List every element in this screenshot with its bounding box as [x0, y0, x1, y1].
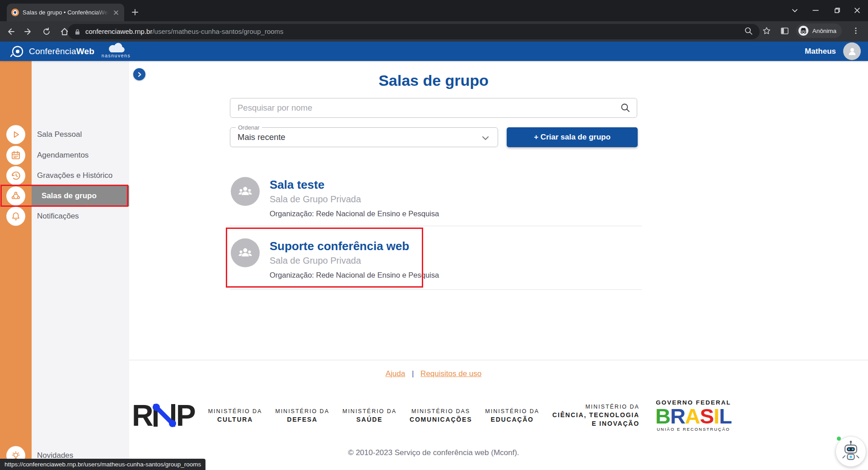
cloud-icon: [106, 43, 126, 54]
bell-icon: [6, 207, 25, 226]
room-list-item-sala-teste[interactable]: Sala teste Sala de Grupo Privada Organiz…: [230, 177, 642, 226]
search-magnifier-icon[interactable]: [620, 102, 631, 113]
ministry-logo-educacao: MINISTÉRIO DA EDUCAÇÃO: [485, 408, 539, 423]
sidebar-item-agendamentos[interactable]: Agendamentos: [0, 145, 129, 166]
tab-title: Salas de grupo • ConferênciaWeb: [23, 9, 109, 16]
brand-name: ConferênciaWeb: [29, 47, 94, 56]
user-name: Matheus: [805, 47, 836, 56]
create-group-room-button[interactable]: + Criar sala de grupo: [507, 127, 638, 147]
sidebar-item-salas-de-grupo[interactable]: Salas de grupo: [0, 186, 129, 206]
page-title: Salas de grupo: [230, 72, 637, 89]
search-input[interactable]: [230, 98, 637, 118]
order-select-value: Mais recente: [238, 128, 285, 147]
robot-icon: [840, 440, 862, 463]
address-bar[interactable]: conferenciaweb.rnp.br/users/matheus-cunh…: [68, 24, 760, 39]
window-minimize-icon[interactable]: [808, 3, 823, 18]
help-link[interactable]: Ajuda: [386, 369, 405, 378]
room-type: Sala de Grupo Privada: [270, 256, 361, 266]
room-list-item-suporte-conferencia-web[interactable]: Suporte conferência web Sala de Grupo Pr…: [230, 238, 642, 287]
browser-tab-bar: Salas de grupo • ConferênciaWeb: [0, 0, 868, 21]
play-icon: [6, 125, 25, 144]
sidebar-icon-rail: [0, 61, 32, 470]
sidebar-item-sala-pessoal[interactable]: Sala Pessoal: [0, 124, 129, 145]
sidebar-item-label: Gravações e Histórico: [37, 165, 112, 186]
user-menu[interactable]: Matheus: [805, 42, 861, 60]
room-organization: Organização: Rede Nacional de Ensino e P…: [270, 271, 439, 279]
tab-close-icon[interactable]: [112, 9, 120, 16]
app-header: ConferênciaWeb nasnuvens Matheus: [0, 42, 868, 61]
sidebar-item-gravacoes[interactable]: Gravações e Histórico: [0, 165, 129, 186]
status-bar-url: https://conferenciaweb.rnp.br/users/math…: [0, 459, 205, 470]
incognito-icon: [798, 25, 809, 36]
footer-logos: R P MINISTÉRIO DA CULTURA MINISTÉRIO DA …: [132, 393, 863, 438]
sidebar-item-label: Agendamentos: [37, 145, 89, 166]
url-path: /users/matheus-cunha-santos/group_rooms: [152, 28, 283, 35]
room-group-avatar-icon[interactable]: [231, 177, 260, 206]
window-menu-chevron-icon[interactable]: [787, 3, 803, 18]
back-icon[interactable]: [3, 24, 18, 39]
chat-assistant-mascot[interactable]: [835, 436, 866, 467]
room-name-link[interactable]: Suporte conferência web: [270, 239, 409, 253]
search-field: [230, 98, 637, 118]
group-icon: [6, 186, 25, 205]
window-close-icon[interactable]: [849, 3, 865, 18]
sidebar: Sala Pessoal Agendamentos Gravações e Hi…: [0, 61, 129, 470]
copyright-text: © 2010-2023 Serviço de conferência web (…: [230, 448, 637, 457]
rnp-n-glyph: [153, 403, 176, 428]
sidebar-item-label: Salas de grupo: [42, 186, 97, 206]
url-text: conferenciaweb.rnp.br/users/matheus-cunh…: [85, 28, 284, 36]
main-content: Salas de grupo Ordenar Mais recente + Cr…: [129, 61, 868, 470]
brasil-wordmark: BRASIL: [655, 406, 732, 427]
room-group-avatar-icon[interactable]: [231, 238, 260, 267]
ministry-logo-comunicacoes: MINISTÉRIO DAS COMUNICAÇÕES: [410, 408, 472, 423]
list-divider: [230, 289, 642, 290]
nasnuvens-label: nasnuvens: [98, 53, 134, 58]
ministry-logo-defesa: MINISTÉRIO DA DEFESA: [275, 408, 329, 423]
room-organization: Organização: Rede Nacional de Ensino e P…: [270, 209, 439, 218]
window-restore-icon[interactable]: [829, 3, 844, 18]
bookmark-star-icon[interactable]: [759, 23, 775, 38]
room-type: Sala de Grupo Privada: [270, 194, 361, 205]
ministry-logo-cultura: MINISTÉRIO DA CULTURA: [208, 408, 262, 423]
conferenciaweb-logo-icon: [10, 44, 25, 59]
sidebar-item-label: Notificações: [37, 206, 79, 227]
url-domain: conferenciaweb.rnp.br: [85, 28, 152, 35]
app-logo[interactable]: ConferênciaWeb: [10, 44, 94, 59]
online-status-dot: [837, 437, 841, 441]
new-tab-icon[interactable]: [129, 6, 141, 18]
list-divider: [230, 226, 642, 226]
governo-federal-brasil-logo: GOVERNO FEDERAL BRASIL UNIÃO E RECONSTRU…: [655, 399, 732, 432]
link-separator: |: [412, 369, 414, 378]
browser-menu-kebab-icon[interactable]: [848, 23, 863, 38]
nasnuvens-logo: nasnuvens: [98, 42, 134, 58]
order-select[interactable]: Ordenar Mais recente: [230, 127, 498, 147]
sidebar-item-notificacoes[interactable]: Notificações: [0, 206, 129, 227]
chevron-down-icon: [481, 133, 490, 143]
rnp-logo: R P: [132, 399, 195, 432]
search-icon[interactable]: [741, 23, 756, 38]
rnp-letter-p: P: [176, 401, 195, 430]
footer-divider: [129, 360, 868, 360]
tab-favicon: [11, 9, 19, 16]
ministry-logo-ciencia-tecnologia: MINISTÉRIO DA CIÊNCIA, TECNOLOGIA E INOV…: [552, 404, 639, 427]
side-panel-icon[interactable]: [777, 23, 793, 38]
lock-icon: [74, 28, 81, 35]
incognito-label: Anônima: [812, 28, 836, 34]
ministry-logo-saude: MINISTÉRIO DA SAÚDE: [342, 408, 397, 423]
sidebar-collapse-toggle[interactable]: [133, 68, 145, 80]
room-name-link[interactable]: Sala teste: [270, 178, 324, 192]
history-icon: [6, 166, 25, 185]
toolbar-actions: Anônima: [738, 23, 863, 38]
incognito-profile-badge[interactable]: Anônima: [796, 23, 842, 38]
forward-icon[interactable]: [21, 24, 36, 39]
sidebar-item-label: Sala Pessoal: [37, 124, 82, 145]
rnp-letter-r: R: [132, 401, 153, 430]
footer-links: Ajuda | Requisitos de uso: [230, 369, 637, 378]
browser-tab[interactable]: Salas de grupo • ConferênciaWeb: [7, 4, 124, 21]
reload-icon[interactable]: [39, 24, 54, 39]
avatar[interactable]: [843, 42, 861, 60]
calendar-icon: [6, 146, 25, 165]
usage-requirements-link[interactable]: Requisitos de uso: [420, 369, 481, 378]
